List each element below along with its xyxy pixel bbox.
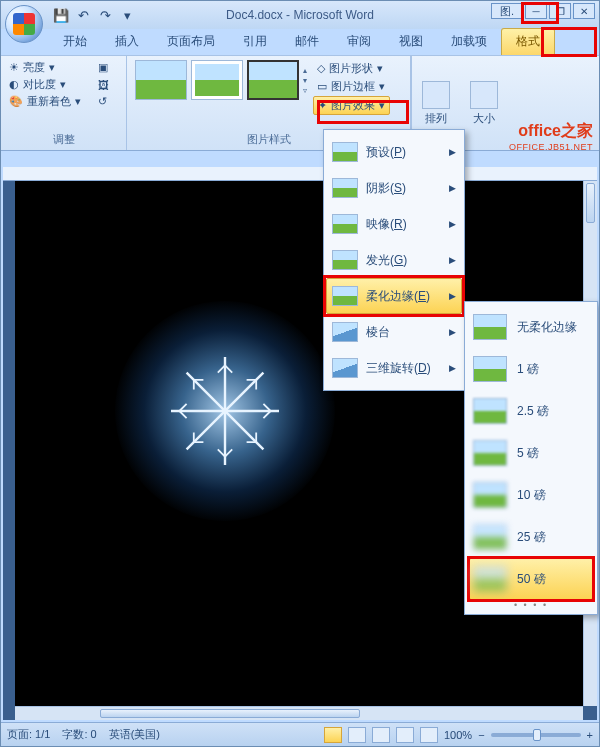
zoom-out-button[interactable]: −: [478, 729, 484, 741]
minimize-button[interactable]: ─: [525, 3, 547, 19]
fx-3d-rotation[interactable]: 三维旋转(D)▶: [326, 350, 462, 386]
soft-2-5pt[interactable]: 2.5 磅: [469, 390, 593, 432]
tab-layout[interactable]: 页面布局: [153, 29, 229, 55]
view-full-screen[interactable]: [348, 727, 366, 743]
view-draft[interactable]: [420, 727, 438, 743]
fx-preset[interactable]: 预设(P)▶: [326, 134, 462, 170]
document-title: Doc4.docx - Microsoft Word: [226, 8, 374, 22]
chevron-right-icon: ▶: [449, 255, 456, 265]
scroll-thumb[interactable]: [100, 709, 360, 718]
office-button[interactable]: [5, 5, 43, 43]
size-icon[interactable]: [470, 81, 498, 109]
soft-thumb-icon: [473, 440, 507, 466]
gallery-more-icon[interactable]: ▿: [303, 86, 307, 95]
tab-mail[interactable]: 邮件: [281, 29, 333, 55]
preset-icon: [332, 142, 358, 162]
status-words[interactable]: 字数: 0: [62, 727, 96, 742]
redo-icon[interactable]: ↷: [95, 5, 115, 25]
undo-icon[interactable]: ↶: [73, 5, 93, 25]
soft-thumb-icon: [473, 314, 507, 340]
sun-icon: ☀: [9, 61, 19, 74]
chevron-right-icon: ▶: [449, 363, 456, 373]
tab-references[interactable]: 引用: [229, 29, 281, 55]
quick-access-toolbar: 💾 ↶ ↷ ▾: [51, 5, 137, 25]
style-thumb-1[interactable]: [135, 60, 187, 100]
fx-glow[interactable]: 发光(G)▶: [326, 242, 462, 278]
arrange-icon[interactable]: [422, 81, 450, 109]
snowflake-image[interactable]: [165, 351, 285, 471]
tab-format[interactable]: 格式: [501, 28, 555, 55]
soft-thumb-icon: [473, 566, 507, 592]
soft-thumb-icon: [473, 524, 507, 550]
status-bar: 页面: 1/1 字数: 0 英语(美国) 100% − +: [1, 722, 599, 746]
ribbon-tabs: 开始 插入 页面布局 引用 邮件 审阅 视图 加载项 格式: [1, 29, 599, 55]
view-web[interactable]: [372, 727, 390, 743]
fx-bevel[interactable]: 棱台▶: [326, 314, 462, 350]
status-page[interactable]: 页面: 1/1: [7, 727, 50, 742]
contrast-button[interactable]: ◐对比度 ▾: [9, 77, 90, 92]
effects-icon: ✦: [318, 99, 327, 112]
picture-shape-button[interactable]: ◇图片形状 ▾: [313, 60, 390, 77]
fx-reflection[interactable]: 映像(R)▶: [326, 206, 462, 242]
brightness-button[interactable]: ☀亮度 ▾: [9, 60, 90, 75]
soft-thumb-icon: [473, 398, 507, 424]
chevron-right-icon: ▶: [449, 147, 456, 157]
tab-review[interactable]: 审阅: [333, 29, 385, 55]
tab-home[interactable]: 开始: [49, 29, 101, 55]
picture-border-button[interactable]: ▭图片边框 ▾: [313, 78, 390, 95]
style-thumb-2[interactable]: [191, 60, 243, 100]
chevron-right-icon: ▶: [449, 291, 456, 301]
horizontal-scrollbar[interactable]: [15, 706, 583, 720]
rotation-icon: [332, 358, 358, 378]
menu-resize-grip[interactable]: • • • •: [469, 600, 593, 610]
gallery-up-icon[interactable]: ▴: [303, 66, 307, 75]
soft-10pt[interactable]: 10 磅: [469, 474, 593, 516]
change-picture-button[interactable]: 🖼: [98, 77, 118, 92]
zoom-level[interactable]: 100%: [444, 729, 472, 741]
soft-1pt[interactable]: 1 磅: [469, 348, 593, 390]
chevron-right-icon: ▶: [449, 219, 456, 229]
tab-addins[interactable]: 加载项: [437, 29, 501, 55]
qat-more-icon[interactable]: ▾: [117, 5, 137, 25]
compress-button[interactable]: ▣: [98, 60, 118, 75]
soft-none[interactable]: 无柔化边缘: [469, 306, 593, 348]
zoom-in-button[interactable]: +: [587, 729, 593, 741]
contrast-icon: ◐: [9, 78, 19, 91]
soft-50pt[interactable]: 50 磅: [469, 558, 593, 600]
style-gallery[interactable]: ▴ ▾ ▿: [135, 60, 307, 100]
watermark: office之家 OFFICE.JB51.NET: [509, 121, 593, 152]
soft-5pt[interactable]: 5 磅: [469, 432, 593, 474]
status-language[interactable]: 英语(美国): [109, 727, 160, 742]
view-print-layout[interactable]: [324, 727, 342, 743]
soft-25pt[interactable]: 25 磅: [469, 516, 593, 558]
zoom-thumb[interactable]: [533, 729, 541, 741]
view-outline[interactable]: [396, 727, 414, 743]
scroll-thumb[interactable]: [586, 183, 595, 223]
group-label-adjust: 调整: [9, 132, 118, 148]
fx-soft-edges[interactable]: 柔化边缘(E)▶: [326, 278, 462, 314]
gallery-down-icon[interactable]: ▾: [303, 76, 307, 85]
picture-effects-button[interactable]: ✦图片效果 ▾: [313, 96, 390, 115]
tab-view[interactable]: 视图: [385, 29, 437, 55]
recolor-button[interactable]: 🎨重新着色 ▾: [9, 94, 90, 109]
office-logo-icon: [13, 13, 35, 35]
save-icon[interactable]: 💾: [51, 5, 71, 25]
soft-thumb-icon: [473, 482, 507, 508]
zoom-slider[interactable]: [491, 733, 581, 737]
reflection-icon: [332, 214, 358, 234]
shadow-icon: [332, 178, 358, 198]
picture-effects-menu: 预设(P)▶ 阴影(S)▶ 映像(R)▶ 发光(G)▶ 柔化边缘(E)▶ 棱台▶…: [323, 129, 465, 391]
bevel-icon: [332, 322, 358, 342]
tab-insert[interactable]: 插入: [101, 29, 153, 55]
picture-icon: 🖼: [98, 79, 109, 91]
group-adjust: ☀亮度 ▾ ▣ ◐对比度 ▾ 🖼 🎨重新着色 ▾ ↺ 调整: [1, 56, 127, 150]
style-thumb-3[interactable]: [247, 60, 299, 100]
border-icon: ▭: [317, 80, 327, 93]
close-button[interactable]: ✕: [573, 3, 595, 19]
fx-shadow[interactable]: 阴影(S)▶: [326, 170, 462, 206]
window-controls: 图. ─ ❐ ✕: [491, 3, 595, 19]
restore-button[interactable]: ❐: [549, 3, 571, 19]
chevron-right-icon: ▶: [449, 327, 456, 337]
reset-button[interactable]: ↺: [98, 94, 118, 109]
horizontal-ruler[interactable]: [3, 167, 597, 181]
